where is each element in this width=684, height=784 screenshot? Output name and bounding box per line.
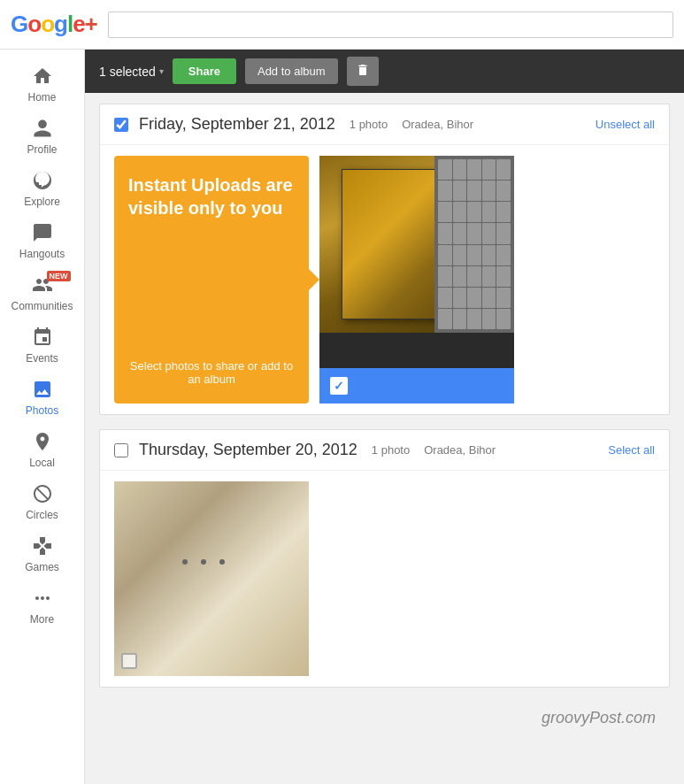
instant-uploads-panel: Instant Uploads are visible only to you … bbox=[114, 156, 309, 404]
date-group-1: Friday, September 21, 2012 1 photo Orade… bbox=[99, 104, 670, 415]
date-group-2: Thursday, September 20, 2012 1 photo Ora… bbox=[99, 429, 670, 688]
sidebar-label-circles: Circles bbox=[26, 509, 58, 521]
group2-action-link[interactable]: Select all bbox=[608, 443, 655, 457]
chevron-down-icon: ▾ bbox=[159, 66, 164, 76]
share-button[interactable]: Share bbox=[173, 58, 236, 84]
toolbar: 1 selected ▾ Share Add to album bbox=[85, 50, 684, 93]
layout: Home Profile Explore Hangouts bbox=[0, 50, 684, 784]
photo-selected-bar bbox=[319, 368, 514, 404]
group1-checkbox[interactable] bbox=[114, 118, 128, 132]
date-header-2: Thursday, September 20, 2012 1 photo Ora… bbox=[100, 430, 669, 471]
sidebar-label-events: Events bbox=[26, 352, 58, 365]
sidebar-item-home[interactable]: Home bbox=[7, 57, 78, 107]
sidebar-item-circles[interactable]: Circles bbox=[7, 474, 78, 525]
photo-2-details bbox=[182, 559, 225, 565]
selected-count-label: 1 selected bbox=[99, 65, 156, 79]
google-plus-logo: Google+ bbox=[11, 11, 97, 38]
group1-date: Friday, September 21, 2012 bbox=[139, 115, 335, 134]
sidebar-item-photos[interactable]: Photos bbox=[7, 370, 78, 420]
group2-checkbox[interactable] bbox=[114, 443, 128, 457]
group2-photos bbox=[100, 471, 669, 687]
info-panel-title: Instant Uploads are visible only to you bbox=[128, 173, 295, 219]
sidebar-label-more: More bbox=[30, 613, 54, 626]
watermark: groovyPost.com bbox=[99, 702, 670, 734]
cd-photo bbox=[319, 156, 514, 368]
photo-checkbox-2[interactable] bbox=[121, 653, 137, 669]
sidebar-item-explore[interactable]: Explore bbox=[7, 161, 78, 211]
group1-photos: Instant Uploads are visible only to you … bbox=[100, 145, 669, 414]
delete-button[interactable] bbox=[347, 57, 379, 86]
sidebar-item-more[interactable]: More bbox=[7, 579, 78, 629]
sidebar-label-games: Games bbox=[25, 561, 59, 573]
more-icon bbox=[30, 586, 55, 611]
group1-action-link[interactable]: Unselect all bbox=[596, 118, 655, 131]
date-header-1: Friday, September 21, 2012 1 photo Orade… bbox=[100, 104, 669, 145]
selected-count[interactable]: 1 selected ▾ bbox=[99, 65, 164, 79]
hangouts-icon bbox=[30, 220, 55, 245]
add-to-album-button[interactable]: Add to album bbox=[245, 58, 338, 84]
sidebar-label-profile: Profile bbox=[27, 143, 57, 156]
photos-icon bbox=[30, 377, 55, 402]
profile-icon bbox=[30, 116, 55, 141]
main-content: 1 selected ▾ Share Add to album Friday, … bbox=[85, 50, 684, 784]
sidebar-label-explore: Explore bbox=[24, 196, 60, 208]
header: Google+ bbox=[0, 0, 684, 50]
content-area: Friday, September 21, 2012 1 photo Orade… bbox=[85, 93, 684, 745]
group2-date: Thursday, September 20, 2012 bbox=[139, 441, 357, 459]
search-input[interactable] bbox=[108, 12, 673, 38]
sidebar-item-communities[interactable]: NEW Communities bbox=[7, 265, 78, 316]
circles-icon bbox=[30, 481, 55, 506]
sidebar-label-home: Home bbox=[27, 91, 56, 104]
group2-photo-count: 1 photo bbox=[372, 443, 410, 457]
games-icon bbox=[30, 534, 55, 558]
sidebar-label-hangouts: Hangouts bbox=[19, 248, 65, 260]
sidebar-item-hangouts[interactable]: Hangouts bbox=[7, 213, 78, 264]
new-badge: NEW bbox=[47, 271, 71, 281]
group1-photo-count: 1 photo bbox=[350, 118, 388, 131]
photo-2 bbox=[114, 481, 309, 676]
photo-thumb-1 bbox=[319, 156, 514, 404]
photo-checkbox-1[interactable] bbox=[330, 377, 348, 395]
photo-thumb-2-container bbox=[114, 481, 309, 676]
sidebar-item-local[interactable]: Local bbox=[7, 422, 78, 473]
sidebar-item-games[interactable]: Games bbox=[7, 527, 78, 577]
sidebar-label-communities: Communities bbox=[11, 300, 73, 312]
sidebar: Home Profile Explore Hangouts bbox=[0, 50, 85, 784]
local-icon bbox=[30, 429, 55, 454]
sidebar-item-profile[interactable]: Profile bbox=[7, 109, 78, 159]
explore-icon bbox=[30, 168, 55, 193]
sidebar-label-local: Local bbox=[29, 457, 55, 469]
group2-location: Oradea, Bihor bbox=[424, 443, 496, 457]
home-icon bbox=[30, 64, 55, 88]
sidebar-label-photos: Photos bbox=[26, 404, 58, 417]
sidebar-item-events[interactable]: Events bbox=[7, 318, 78, 368]
info-panel-description: Select photos to share or add to an albu… bbox=[128, 359, 295, 386]
events-icon bbox=[30, 325, 55, 350]
group1-location: Oradea, Bihor bbox=[402, 118, 473, 131]
